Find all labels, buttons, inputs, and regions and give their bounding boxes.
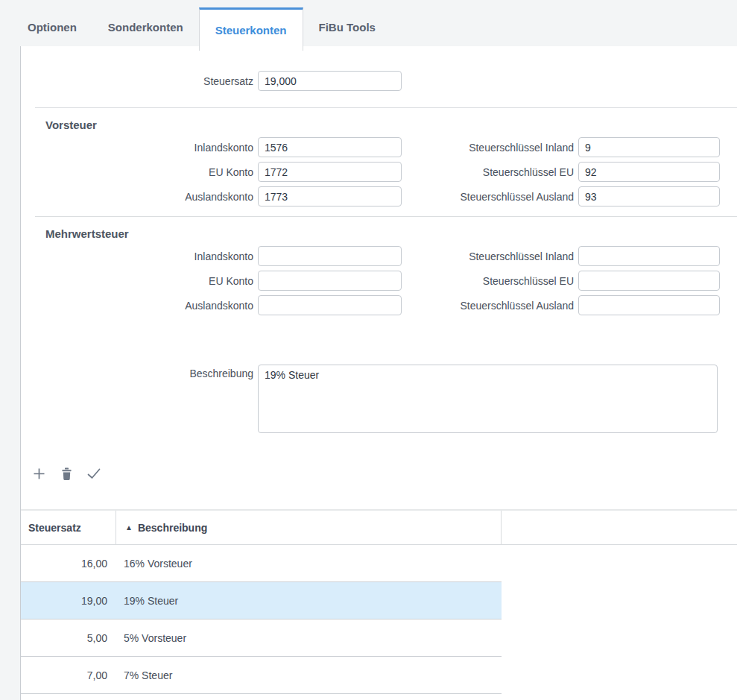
cell-steuersatz: 7,00 (21, 657, 116, 693)
inlandskonto-label: Inlandskonto (21, 142, 253, 154)
cell-steuersatz: 19,00 (21, 582, 116, 619)
vorsteuer-auslandskonto-input[interactable] (258, 186, 402, 206)
tab-sonderkonten[interactable]: Sonderkonten (92, 7, 199, 46)
steuerschluessel-ausland-label: Steuerschlüssel Ausland (402, 300, 574, 312)
inlandskonto-label: Inlandskonto (21, 250, 253, 262)
vorsteuer-steuerschluessel-eu-input[interactable] (578, 162, 720, 182)
confirm-button[interactable] (85, 464, 103, 482)
cell-beschreibung: 16% Vorsteuer (116, 545, 502, 581)
mwst-eu-konto-input[interactable] (258, 271, 402, 291)
beschreibung-textarea[interactable]: 19% Steuer (258, 365, 718, 433)
table-body: 16,00 16% Vorsteuer 19,00 19% Steuer 5,0… (21, 545, 502, 694)
eu-konto-label: EU Konto (21, 275, 253, 287)
column-header-label: Steuersatz (28, 522, 81, 534)
table-row[interactable]: 5,00 5% Vorsteuer (21, 619, 502, 657)
steuerschluessel-ausland-label: Steuerschlüssel Ausland (402, 191, 574, 203)
vorsteuer-section: Inlandskonto Steuerschlüssel Inland EU K… (21, 137, 737, 206)
cell-beschreibung: 5% Vorsteuer (116, 619, 502, 656)
column-header-label: Beschreibung (138, 522, 207, 534)
cell-beschreibung: 19% Steuer (116, 582, 502, 619)
column-header-empty (502, 511, 737, 544)
table-row[interactable]: 16,00 16% Vorsteuer (21, 545, 502, 582)
cell-beschreibung: 7% Steuer (116, 657, 502, 693)
beschreibung-label: Beschreibung (21, 368, 253, 379)
form-row: Auslandskonto Steuerschlüssel Ausland (21, 186, 737, 206)
divider (35, 107, 737, 108)
record-toolbar (30, 463, 737, 484)
cell-steuersatz: 5,00 (21, 619, 116, 656)
form-row: EU Konto Steuerschlüssel EU (21, 162, 737, 182)
section-title-vorsteuer: Vorsteuer (45, 119, 737, 131)
mwst-steuerschluessel-inland-input[interactable] (578, 246, 720, 266)
auslandskonto-label: Auslandskonto (21, 191, 253, 203)
plus-icon (31, 466, 47, 482)
vorsteuer-inlandskonto-input[interactable] (258, 137, 402, 157)
vorsteuer-steuerschluessel-inland-input[interactable] (578, 137, 720, 157)
section-title-mehrwertsteuer: Mehrwertsteuer (45, 227, 737, 240)
auslandskonto-label: Auslandskonto (21, 300, 253, 312)
add-button[interactable] (30, 464, 48, 482)
form-row: Auslandskonto Steuerschlüssel Ausland (21, 295, 737, 315)
mwst-auslandskonto-input[interactable] (258, 295, 402, 315)
mwst-inlandskonto-input[interactable] (258, 246, 402, 266)
column-header-beschreibung[interactable]: ▲ Beschreibung (116, 511, 502, 544)
cell-steuersatz: 16,00 (21, 545, 116, 581)
steuersatz-label: Steuersatz (21, 75, 253, 87)
trash-icon (59, 466, 75, 482)
steuersatz-row: Steuersatz (21, 46, 737, 91)
steuersatz-input[interactable] (258, 71, 402, 91)
tax-rates-table: Steuersatz ▲ Beschreibung 16,00 16% Vors… (21, 509, 737, 694)
tab-bar: Optionen Sonderkonten Steuerkonten FiBu … (0, 0, 737, 46)
delete-button[interactable] (57, 464, 75, 482)
tab-optionen[interactable]: Optionen (12, 7, 92, 46)
column-header-steuersatz[interactable]: Steuersatz (21, 511, 116, 544)
tab-steuerkonten[interactable]: Steuerkonten (199, 7, 303, 51)
table-row[interactable]: 19,00 19% Steuer (21, 582, 502, 619)
table-header: Steuersatz ▲ Beschreibung (21, 509, 737, 545)
tab-content-steuerkonten: Steuersatz Vorsteuer Inlandskonto Steuer… (20, 46, 737, 700)
form-row: EU Konto Steuerschlüssel EU (21, 271, 737, 291)
steuerschluessel-inland-label: Steuerschlüssel Inland (402, 142, 574, 154)
mwst-steuerschluessel-ausland-input[interactable] (578, 295, 720, 315)
form-row: Inlandskonto Steuerschlüssel Inland (21, 246, 737, 266)
divider (35, 216, 737, 217)
vorsteuer-eu-konto-input[interactable] (258, 162, 402, 182)
vorsteuer-steuerschluessel-ausland-input[interactable] (578, 186, 720, 206)
table-row[interactable]: 7,00 7% Steuer (21, 657, 502, 694)
steuerschluessel-eu-label: Steuerschlüssel EU (402, 166, 574, 178)
mwst-steuerschluessel-eu-input[interactable] (578, 271, 720, 291)
mehrwertsteuer-section: Inlandskonto Steuerschlüssel Inland EU K… (21, 246, 737, 315)
check-icon (86, 465, 102, 482)
steuerschluessel-eu-label: Steuerschlüssel EU (402, 275, 574, 287)
tab-fibu-tools[interactable]: FiBu Tools (303, 7, 391, 46)
sort-asc-icon: ▲ (125, 524, 133, 532)
beschreibung-row: Beschreibung 19% Steuer (21, 365, 737, 433)
form-row: Inlandskonto Steuerschlüssel Inland (21, 137, 737, 157)
steuerschluessel-inland-label: Steuerschlüssel Inland (402, 250, 574, 262)
eu-konto-label: EU Konto (21, 166, 253, 178)
